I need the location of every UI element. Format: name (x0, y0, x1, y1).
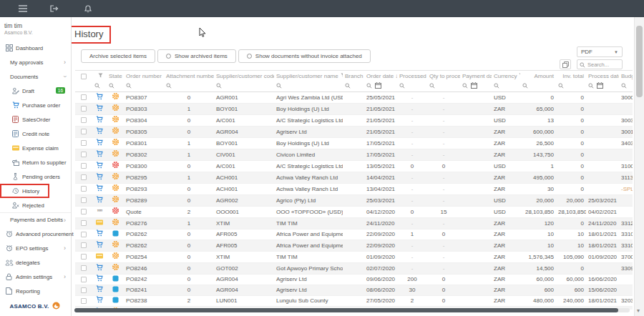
table-row[interactable]: PO83011BOY001Boy Holdings (U) Ltd17/05/2… (75, 138, 633, 149)
column-header-payment_date[interactable]: Payment date (460, 71, 492, 81)
cart-icon[interactable] (96, 266, 103, 272)
bell-icon[interactable] (84, 5, 92, 13)
sidebar-item-documents[interactable]: Documents› (0, 69, 71, 84)
export-button[interactable] (560, 59, 571, 69)
column-header-doc_icon[interactable] (92, 71, 107, 81)
search-icon[interactable] (429, 83, 435, 90)
search-icon[interactable] (399, 83, 405, 90)
table-row[interactable]: PO82420AGR004Agriserv Ltd09/06/20202000Z… (75, 275, 633, 285)
sidebar-item-delegates[interactable]: delegates (0, 255, 71, 270)
table-row[interactable]: PO83040A/C001A/C Strategic Logistics Ltd… (75, 115, 633, 127)
column-header-code[interactable]: Supplier/customer code (214, 71, 274, 81)
table-row[interactable]: PO82460GOT002Got Apwoyo Primary School02… (75, 263, 633, 275)
row-checkbox[interactable] (81, 140, 87, 146)
quote-icon[interactable]: ”” (97, 209, 102, 215)
show-archived-button[interactable]: Show archived items (157, 49, 236, 63)
search-icon[interactable] (494, 83, 499, 90)
column-header-processed_qty[interactable]: Processed qty (397, 71, 427, 81)
cart-icon[interactable] (96, 164, 103, 170)
row-checkbox[interactable] (81, 94, 87, 100)
cart-icon[interactable] (96, 243, 103, 250)
row-checkbox[interactable] (81, 265, 87, 271)
row-checkbox[interactable] (81, 186, 87, 192)
row-checkbox[interactable] (81, 242, 87, 248)
row-checkbox[interactable] (81, 298, 87, 304)
cart-icon[interactable] (96, 141, 103, 147)
scroll-down-arrow-icon[interactable]: ▾ (637, 307, 640, 314)
show-without-invoice-button[interactable]: Show documents without invoice attached (238, 49, 371, 63)
sidebar-item-reporting[interactable]: Reporting (0, 284, 71, 298)
table-row[interactable]: PO82410AGR004Agriserv Ltd08/06/2020300ZA… (75, 285, 633, 296)
funnel-icon[interactable] (341, 73, 343, 79)
cart-icon[interactable] (96, 277, 103, 283)
sidebar-item-payments-and-debits[interactable]: Payments and Debits› (0, 212, 71, 227)
table-row[interactable]: PO82761XTIMTIM TIM24/11/2020--ZAR120024/… (75, 218, 633, 229)
column-header-qty_to_process[interactable]: Qty to process (427, 71, 460, 81)
search-icon[interactable] (558, 83, 564, 90)
funnel-icon[interactable] (98, 73, 103, 79)
sidebar-item-expense-claim[interactable]: Expense claim (0, 141, 71, 155)
table-row[interactable]: PO82620AFR005Africa Power and Equipment.… (75, 240, 633, 252)
row-checkbox[interactable] (81, 152, 87, 157)
search-input[interactable] (587, 61, 620, 68)
search-icon[interactable] (366, 83, 372, 90)
column-header-currency[interactable]: Currency (492, 71, 520, 81)
search-icon[interactable] (126, 83, 132, 90)
cart-icon[interactable] (96, 95, 103, 102)
sidebar-item-return-to-supplier[interactable]: Return to supplier (0, 155, 71, 169)
row-checkbox[interactable] (81, 287, 87, 293)
column-header-order_number[interactable]: Order number (124, 71, 164, 81)
row-checkbox[interactable] (81, 106, 87, 112)
vertical-scrollbar[interactable]: ▾ (634, 17, 644, 316)
select-all-checkbox[interactable] (81, 74, 87, 79)
row-checkbox[interactable] (81, 220, 87, 226)
cart-icon[interactable] (96, 232, 103, 238)
horizontal-scrollbar[interactable] (74, 308, 630, 312)
row-checkbox[interactable] (81, 117, 87, 123)
sidebar-item-advanced-procurement[interactable]: Advanced procurement› (0, 227, 71, 241)
cart-icon[interactable] (96, 298, 103, 305)
cart-icon[interactable] (96, 175, 103, 182)
sidebar-item-pending-orders[interactable]: Pending orders (0, 169, 71, 184)
table-row[interactable]: PO83070AGR001Agri Wes Zambia Ltd (USD)25… (75, 92, 633, 104)
vertical-scrollbar-thumb[interactable] (636, 26, 643, 97)
table-row[interactable]: PO83021CIV001Civicon Limited17/05/2021--… (75, 149, 633, 161)
card-icon[interactable] (96, 254, 103, 260)
column-header-checkbox[interactable] (75, 71, 92, 81)
sidebar-item-history[interactable]: History (0, 184, 49, 198)
sidebar-item-rejected[interactable]: Rejected (0, 198, 71, 212)
column-header-name[interactable]: Supplier/customer name (274, 71, 343, 81)
search-icon[interactable] (216, 83, 222, 90)
export-format-select[interactable]: PDF ▼ (577, 46, 623, 57)
cart-icon[interactable] (96, 129, 103, 136)
archive-selected-button[interactable]: Archive selected items (81, 49, 155, 63)
column-header-inv_total[interactable]: Inv. total (556, 71, 586, 81)
search-icon[interactable] (588, 83, 594, 90)
row-checkbox[interactable] (81, 209, 87, 214)
sidebar-item-dashboard[interactable]: Dashboard (0, 41, 71, 55)
search-icon[interactable] (276, 83, 282, 90)
cart-icon[interactable] (96, 198, 103, 204)
menu-icon[interactable] (19, 5, 27, 12)
row-checkbox[interactable] (81, 254, 87, 260)
calendar-icon[interactable] (375, 82, 381, 90)
sidebar-item-my-approvals[interactable]: My approvals› (0, 55, 71, 69)
search-icon[interactable] (166, 83, 172, 90)
table-row[interactable]: PO83000A/C001A/C Strategic Logistics Ltd… (75, 161, 633, 172)
column-header-branch[interactable]: Branch (343, 71, 364, 81)
row-checkbox[interactable] (81, 197, 87, 203)
horizontal-scrollbar-thumb[interactable] (74, 308, 618, 312)
sidebar-item-admin-settings[interactable]: Admin settings› (0, 270, 71, 284)
search-icon[interactable] (345, 83, 351, 90)
row-checkbox[interactable] (81, 129, 87, 134)
table-row[interactable]: PO82951ACH001Achwa Valley Ranch Ltd14/04… (75, 172, 633, 184)
sidebar-item-salesorder[interactable]: SalesOrder (0, 112, 71, 127)
column-header-process_date[interactable]: Process date (586, 71, 619, 81)
cart-icon[interactable] (96, 187, 103, 193)
table-row[interactable]: PO82382LUN001Lungulu Sub County27/05/202… (75, 296, 633, 307)
search-icon[interactable] (522, 83, 528, 90)
calendar-icon[interactable] (471, 82, 477, 90)
calendar-icon[interactable] (597, 82, 603, 90)
table-row[interactable]: PO82620AFR005Africa Power and Equipment.… (75, 229, 633, 240)
search-icon[interactable] (621, 83, 627, 90)
